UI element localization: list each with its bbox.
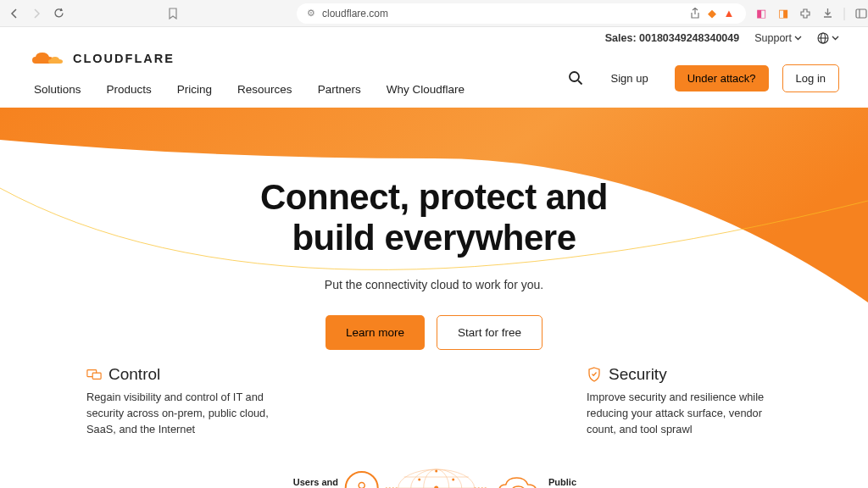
nav-products[interactable]: Products	[107, 83, 152, 96]
svg-line-7	[578, 80, 582, 85]
back-button[interactable]	[7, 6, 22, 21]
brave-shield-icon[interactable]: ◆	[705, 7, 719, 20]
extensions-icon[interactable]	[798, 7, 812, 20]
bookmark-icon[interactable]	[168, 6, 178, 21]
share-icon[interactable]	[688, 7, 702, 20]
connectivity-diagram: Users andDevelopers	[288, 467, 581, 488]
sales-phone[interactable]: Sales: 00180349248340049	[605, 32, 739, 44]
language-selector[interactable]	[817, 32, 839, 44]
main-header: CLOUDFLARE Solutions Products Pricing Re…	[0, 44, 868, 108]
svg-rect-9	[92, 373, 101, 379]
svg-point-10	[359, 483, 365, 489]
svg-point-22	[436, 470, 438, 473]
download-icon[interactable]	[821, 7, 834, 20]
login-button[interactable]: Log in	[782, 64, 839, 92]
cloudflare-logo-icon	[29, 49, 66, 68]
svg-point-6	[570, 72, 579, 81]
feature-security-title: Security	[609, 365, 667, 384]
start-free-button[interactable]: Start for free	[437, 315, 542, 350]
svg-rect-0	[856, 9, 866, 18]
user-icon	[345, 471, 379, 488]
url-bar[interactable]: ⚙ cloudflare.com ◆ ▲	[297, 3, 746, 24]
cloud-icon	[494, 474, 542, 488]
reload-button[interactable]	[51, 6, 66, 21]
hero-title: Connect, protect and build everywhere	[0, 177, 868, 259]
site-settings-icon[interactable]: ⚙	[307, 8, 315, 19]
shield-icon	[587, 369, 602, 380]
diagram-label-clouds: PublicClouds	[548, 477, 580, 488]
nav-pricing[interactable]: Pricing	[177, 83, 212, 96]
brand-logo[interactable]: CLOUDFLARE	[29, 49, 465, 68]
feature-control-title: Control	[108, 365, 160, 384]
signup-button[interactable]: Sign up	[598, 65, 661, 92]
diagram-label-users: Users andDevelopers	[288, 477, 338, 488]
main-nav: Solutions Products Pricing Resources Par…	[34, 83, 465, 96]
search-button[interactable]	[568, 70, 585, 87]
url-text: cloudflare.com	[322, 8, 388, 19]
utility-bar: Sales: 00180349248340049 Support	[0, 27, 868, 44]
feature-security-desc: Improve security and resilience while re…	[587, 389, 782, 438]
extension-icon-2[interactable]: ◨	[776, 7, 790, 20]
browser-chrome: ⚙ cloudflare.com ◆ ▲ ◧ ◨ | VPN ⋮	[0, 0, 868, 27]
under-attack-button[interactable]: Under attack?	[675, 65, 769, 92]
nav-resources[interactable]: Resources	[237, 83, 292, 96]
svg-point-19	[453, 479, 455, 481]
support-link[interactable]: Support	[754, 32, 802, 44]
feature-control: Control Regain visibility and control of…	[86, 365, 281, 438]
feature-control-desc: Regain visibility and control of IT and …	[86, 389, 281, 438]
nav-solutions[interactable]: Solutions	[34, 83, 81, 96]
svg-point-18	[419, 479, 421, 481]
globe-network-icon	[386, 467, 487, 488]
hero-section: Connect, protect and build everywhere Pu…	[0, 108, 868, 488]
sidebar-icon[interactable]	[854, 7, 868, 20]
nav-partners[interactable]: Partners	[318, 83, 361, 96]
brave-logo-icon[interactable]: ▲	[722, 7, 736, 20]
hero-subtitle: Put the connectivity cloud to work for y…	[0, 278, 868, 291]
forward-button[interactable]	[29, 6, 44, 21]
feature-security: Security Improve security and resilience…	[587, 365, 782, 438]
nav-why[interactable]: Why Cloudflare	[387, 83, 465, 96]
learn-more-button[interactable]: Learn more	[326, 315, 425, 350]
brand-name: CLOUDFLARE	[73, 52, 175, 65]
control-icon	[86, 369, 102, 380]
extension-icon-1[interactable]: ◧	[754, 7, 768, 20]
